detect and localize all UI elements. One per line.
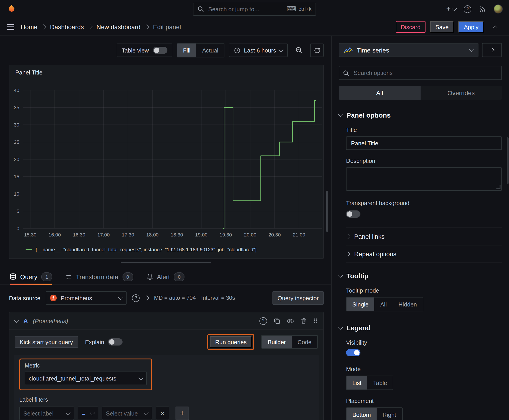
- tooltip-single-option[interactable]: Single: [347, 298, 374, 311]
- options-search-input[interactable]: [353, 69, 498, 77]
- horizontal-scrollbar[interactable]: [121, 262, 211, 263]
- add-filter-button[interactable]: [175, 406, 189, 420]
- top-nav: ctrl+k: [0, 0, 509, 18]
- description-textarea[interactable]: [346, 167, 502, 191]
- top-actions: [446, 5, 503, 14]
- query-row-header[interactable]: A (Prometheus): [9, 312, 323, 330]
- breadcrumb-home[interactable]: Home: [21, 23, 38, 30]
- run-queries-button[interactable]: Run queries: [210, 336, 252, 348]
- tab-overrides[interactable]: Overrides: [420, 86, 502, 100]
- svg-text:40: 40: [14, 88, 19, 93]
- news-icon[interactable]: [479, 5, 486, 13]
- panel-toolbar: Table view Fill Actual Last 6 hours: [0, 36, 331, 65]
- plus-icon: [446, 5, 451, 13]
- time-range-picker[interactable]: Last 6 hours: [229, 44, 288, 57]
- discard-button[interactable]: Discard: [396, 21, 425, 33]
- datasource-select[interactable]: Prometheus: [46, 291, 127, 305]
- select-label-placeholder: Select label: [23, 410, 53, 417]
- visualization-picker[interactable]: Time series: [339, 43, 479, 57]
- query-inspector-button[interactable]: Query inspector: [273, 291, 324, 305]
- search-icon: [198, 6, 204, 12]
- datasource-value: Prometheus: [61, 295, 92, 301]
- refresh-button[interactable]: [310, 44, 324, 57]
- tab-transform[interactable]: Transform data 0: [66, 269, 133, 285]
- zoom-out-button[interactable]: [292, 44, 306, 57]
- select-value-dropdown[interactable]: Select value: [102, 406, 152, 420]
- tab-query[interactable]: Query 1: [10, 269, 52, 285]
- fill-option[interactable]: Fill: [177, 44, 196, 57]
- menu-icon[interactable]: [7, 24, 14, 30]
- avatar[interactable]: [494, 5, 503, 14]
- tab-all[interactable]: All: [339, 86, 420, 100]
- grafana-logo[interactable]: [6, 4, 17, 14]
- panel-preview: Panel Title 051015202530354015:3016:0016…: [9, 65, 324, 259]
- legend-list-option[interactable]: List: [347, 376, 367, 390]
- chevron-down-icon: [118, 295, 123, 300]
- chart-legend[interactable]: {__name__="cloudflared_tunnel_total_requ…: [26, 247, 257, 252]
- breadcrumb: Home Dashboards New dashboard Edit panel: [21, 23, 181, 30]
- chevron-down-icon[interactable]: [14, 318, 19, 323]
- prometheus-icon: [50, 294, 57, 301]
- panel-actions: Discard Save Apply: [396, 20, 502, 34]
- panel-options-section[interactable]: Panel options: [339, 111, 502, 119]
- panel-links-section[interactable]: Panel links: [346, 227, 502, 245]
- chevron-down-icon: [66, 410, 71, 415]
- duplicate-icon[interactable]: [274, 318, 280, 324]
- builder-option[interactable]: Builder: [262, 336, 292, 348]
- chevron-down-icon: [338, 112, 343, 117]
- save-button[interactable]: Save: [430, 21, 454, 33]
- legend-visibility-switch[interactable]: [346, 349, 360, 356]
- actual-option[interactable]: Actual: [196, 44, 224, 57]
- tooltip-all-option[interactable]: All: [374, 298, 393, 311]
- legend-mode-label: Mode: [346, 366, 502, 372]
- tooltip-section[interactable]: Tooltip: [339, 272, 502, 279]
- trash-icon[interactable]: [301, 318, 307, 324]
- search-input[interactable]: [207, 5, 283, 13]
- operator-dropdown[interactable]: =: [78, 406, 98, 420]
- keyboard-shortcut: ctrl+k: [287, 5, 311, 13]
- datasource-help-icon[interactable]: [132, 294, 140, 302]
- options-scrollbar[interactable]: [507, 137, 509, 184]
- time-series-chart[interactable]: 051015202530354015:3016:0016:3017:0017:3…: [9, 65, 323, 258]
- drag-handle-icon[interactable]: [313, 318, 318, 324]
- toggle-viz-picker-button[interactable]: [482, 43, 502, 57]
- plus-icon: [180, 409, 184, 417]
- shortcut-label: ctrl+k: [298, 6, 311, 12]
- collapse-options-button[interactable]: [488, 20, 502, 34]
- vertical-scrollbar[interactable]: [326, 191, 328, 232]
- metric-select[interactable]: cloudflared_tunnel_total_requests: [25, 372, 147, 385]
- breadcrumb-separator-icon: [88, 24, 93, 30]
- legend-table-option[interactable]: Table: [367, 376, 393, 390]
- placement-right-option[interactable]: Right: [377, 408, 402, 420]
- placement-label: Placement: [346, 398, 502, 404]
- options-search[interactable]: [339, 66, 502, 80]
- query-editor-card: A (Prometheus): [9, 312, 324, 420]
- panel-title-input[interactable]: [350, 139, 498, 147]
- label-filters-label: Label filters: [19, 397, 313, 403]
- code-option[interactable]: Code: [292, 336, 317, 348]
- help-icon[interactable]: [464, 5, 471, 13]
- global-search[interactable]: ctrl+k: [193, 2, 316, 15]
- transparent-background-switch[interactable]: [346, 210, 360, 218]
- breadcrumb-new-dashboard[interactable]: New dashboard: [97, 23, 140, 30]
- repeat-options-section[interactable]: Repeat options: [346, 245, 502, 262]
- select-value-placeholder: Select value: [106, 410, 138, 417]
- explain-switch[interactable]: [108, 338, 122, 345]
- kick-start-button[interactable]: Kick start your query: [15, 336, 78, 348]
- tab-alert[interactable]: Alert 0: [146, 269, 185, 285]
- repeat-options-label: Repeat options: [354, 250, 396, 258]
- apply-button[interactable]: Apply: [458, 21, 484, 33]
- metric-value: cloudflared_tunnel_total_requests: [29, 375, 116, 382]
- breadcrumb-dashboards[interactable]: Dashboards: [50, 23, 84, 30]
- expand-icon[interactable]: [144, 295, 150, 301]
- eye-icon[interactable]: [287, 318, 294, 324]
- placement-bottom-option[interactable]: Bottom: [347, 408, 377, 420]
- add-button[interactable]: [446, 5, 456, 13]
- select-label-dropdown[interactable]: Select label: [19, 406, 74, 420]
- legend-section[interactable]: Legend: [339, 324, 502, 332]
- query-help-icon[interactable]: [259, 317, 267, 325]
- table-view-switch[interactable]: [153, 47, 167, 54]
- remove-filter-button[interactable]: [156, 406, 169, 420]
- time-range-label: Last 6 hours: [244, 47, 276, 54]
- tooltip-hidden-option[interactable]: Hidden: [393, 298, 423, 311]
